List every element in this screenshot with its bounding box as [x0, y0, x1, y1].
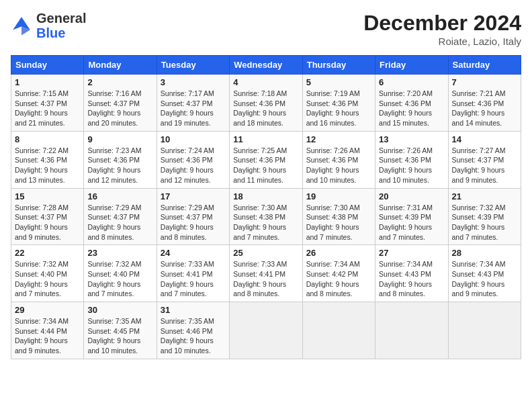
- day-number: 11: [233, 134, 298, 144]
- calendar-day-cell: 28 Sunrise: 7:34 AMSunset: 4:43 PMDaylig…: [448, 245, 521, 302]
- calendar-day-cell: 25 Sunrise: 7:33 AMSunset: 4:41 PMDaylig…: [230, 245, 302, 302]
- day-number: 12: [306, 134, 371, 144]
- day-of-week-header: Sunday: [11, 56, 84, 75]
- day-detail: Sunrise: 7:21 AMSunset: 4:36 PMDaylight:…: [452, 89, 506, 127]
- day-number: 28: [452, 248, 517, 258]
- calendar-day-cell: 1 Sunrise: 7:15 AMSunset: 4:37 PMDayligh…: [11, 75, 84, 132]
- day-detail: Sunrise: 7:23 AMSunset: 4:36 PMDaylight:…: [87, 146, 141, 184]
- calendar-day-cell: 24 Sunrise: 7:33 AMSunset: 4:41 PMDaylig…: [157, 245, 229, 302]
- day-detail: Sunrise: 7:31 AMSunset: 4:39 PMDaylight:…: [379, 203, 433, 241]
- day-detail: Sunrise: 7:35 AMSunset: 4:46 PMDaylight:…: [161, 317, 214, 355]
- calendar-day-cell: 13 Sunrise: 7:26 AMSunset: 4:36 PMDaylig…: [375, 131, 448, 188]
- calendar-day-cell: 3 Sunrise: 7:17 AMSunset: 4:37 PMDayligh…: [157, 75, 229, 132]
- calendar-day-cell: 23 Sunrise: 7:32 AMSunset: 4:40 PMDaylig…: [84, 245, 157, 302]
- location: Roiate, Lazio, Italy: [363, 36, 521, 47]
- day-detail: Sunrise: 7:26 AMSunset: 4:36 PMDaylight:…: [306, 146, 360, 184]
- calendar-day-cell: 31 Sunrise: 7:35 AMSunset: 4:46 PMDaylig…: [157, 302, 229, 359]
- day-detail: Sunrise: 7:34 AMSunset: 4:43 PMDaylight:…: [452, 260, 506, 298]
- day-detail: Sunrise: 7:30 AMSunset: 4:38 PMDaylight:…: [233, 203, 287, 241]
- day-number: 4: [233, 77, 298, 87]
- day-number: 20: [379, 191, 444, 201]
- day-of-week-header: Tuesday: [157, 56, 229, 75]
- calendar-day-cell: 27 Sunrise: 7:34 AMSunset: 4:43 PMDaylig…: [375, 245, 448, 302]
- day-number: 23: [87, 248, 152, 258]
- day-number: 9: [87, 134, 152, 144]
- calendar-day-cell: [230, 302, 302, 359]
- day-detail: Sunrise: 7:29 AMSunset: 4:37 PMDaylight:…: [161, 203, 214, 241]
- day-of-week-header: Monday: [84, 56, 157, 75]
- day-number: 18: [233, 191, 298, 201]
- day-of-week-header: Friday: [375, 56, 448, 75]
- day-detail: Sunrise: 7:26 AMSunset: 4:36 PMDaylight:…: [379, 146, 433, 184]
- calendar-day-cell: 17 Sunrise: 7:29 AMSunset: 4:37 PMDaylig…: [157, 188, 229, 245]
- day-detail: Sunrise: 7:28 AMSunset: 4:37 PMDaylight:…: [15, 203, 69, 241]
- calendar-day-cell: 2 Sunrise: 7:16 AMSunset: 4:37 PMDayligh…: [84, 75, 157, 132]
- day-detail: Sunrise: 7:32 AMSunset: 4:40 PMDaylight:…: [87, 260, 141, 298]
- calendar-day-cell: 5 Sunrise: 7:19 AMSunset: 4:36 PMDayligh…: [302, 75, 375, 132]
- day-number: 14: [452, 134, 517, 144]
- calendar-day-cell: 11 Sunrise: 7:25 AMSunset: 4:36 PMDaylig…: [230, 131, 302, 188]
- day-number: 17: [161, 191, 226, 201]
- day-detail: Sunrise: 7:24 AMSunset: 4:36 PMDaylight:…: [161, 146, 214, 184]
- calendar-day-cell: [375, 302, 448, 359]
- month-title: December 2024: [363, 11, 521, 36]
- day-detail: Sunrise: 7:20 AMSunset: 4:36 PMDaylight:…: [379, 89, 433, 127]
- calendar-day-cell: 6 Sunrise: 7:20 AMSunset: 4:36 PMDayligh…: [375, 75, 448, 132]
- title-block: December 2024 Roiate, Lazio, Italy: [363, 11, 521, 47]
- day-number: 7: [452, 77, 517, 87]
- day-number: 31: [161, 305, 226, 315]
- calendar-day-cell: 12 Sunrise: 7:26 AMSunset: 4:36 PMDaylig…: [302, 131, 375, 188]
- day-detail: Sunrise: 7:32 AMSunset: 4:40 PMDaylight:…: [15, 260, 69, 298]
- calendar-day-cell: 16 Sunrise: 7:29 AMSunset: 4:37 PMDaylig…: [84, 188, 157, 245]
- day-number: 16: [87, 191, 152, 201]
- day-number: 19: [306, 191, 371, 201]
- day-detail: Sunrise: 7:25 AMSunset: 4:36 PMDaylight:…: [233, 146, 287, 184]
- calendar-day-cell: 8 Sunrise: 7:22 AMSunset: 4:36 PMDayligh…: [11, 131, 84, 188]
- day-number: 22: [15, 248, 80, 258]
- calendar-day-cell: 19 Sunrise: 7:30 AMSunset: 4:38 PMDaylig…: [302, 188, 375, 245]
- calendar-day-cell: 20 Sunrise: 7:31 AMSunset: 4:39 PMDaylig…: [375, 188, 448, 245]
- calendar-day-cell: [302, 302, 375, 359]
- day-detail: Sunrise: 7:19 AMSunset: 4:36 PMDaylight:…: [306, 89, 360, 127]
- calendar-table: SundayMondayTuesdayWednesdayThursdayFrid…: [11, 55, 521, 359]
- page-header: General Blue December 2024 Roiate, Lazio…: [11, 11, 521, 47]
- calendar-day-cell: 26 Sunrise: 7:34 AMSunset: 4:42 PMDaylig…: [302, 245, 375, 302]
- day-number: 21: [452, 191, 517, 201]
- day-number: 30: [87, 305, 152, 315]
- day-number: 27: [379, 248, 444, 258]
- day-number: 2: [87, 77, 152, 87]
- calendar-day-cell: 7 Sunrise: 7:21 AMSunset: 4:36 PMDayligh…: [448, 75, 521, 132]
- day-detail: Sunrise: 7:34 AMSunset: 4:42 PMDaylight:…: [306, 260, 360, 298]
- day-detail: Sunrise: 7:33 AMSunset: 4:41 PMDaylight:…: [161, 260, 214, 298]
- day-detail: Sunrise: 7:33 AMSunset: 4:41 PMDaylight:…: [233, 260, 287, 298]
- day-detail: Sunrise: 7:34 AMSunset: 4:43 PMDaylight:…: [379, 260, 433, 298]
- day-number: 3: [161, 77, 226, 87]
- calendar-day-cell: 18 Sunrise: 7:30 AMSunset: 4:38 PMDaylig…: [230, 188, 302, 245]
- day-detail: Sunrise: 7:15 AMSunset: 4:37 PMDaylight:…: [15, 89, 69, 127]
- day-number: 10: [161, 134, 226, 144]
- day-number: 8: [15, 134, 80, 144]
- day-number: 13: [379, 134, 444, 144]
- day-detail: Sunrise: 7:27 AMSunset: 4:37 PMDaylight:…: [452, 146, 506, 184]
- calendar-day-cell: 9 Sunrise: 7:23 AMSunset: 4:36 PMDayligh…: [84, 131, 157, 188]
- calendar-day-cell: [448, 302, 521, 359]
- calendar-day-cell: 14 Sunrise: 7:27 AMSunset: 4:37 PMDaylig…: [448, 131, 521, 188]
- day-detail: Sunrise: 7:30 AMSunset: 4:38 PMDaylight:…: [306, 203, 360, 241]
- day-number: 1: [15, 77, 80, 87]
- calendar-day-cell: 15 Sunrise: 7:28 AMSunset: 4:37 PMDaylig…: [11, 188, 84, 245]
- day-number: 5: [306, 77, 371, 87]
- day-detail: Sunrise: 7:16 AMSunset: 4:37 PMDaylight:…: [87, 89, 141, 127]
- calendar-day-cell: 30 Sunrise: 7:35 AMSunset: 4:45 PMDaylig…: [84, 302, 157, 359]
- calendar-day-cell: 21 Sunrise: 7:32 AMSunset: 4:39 PMDaylig…: [448, 188, 521, 245]
- day-detail: Sunrise: 7:17 AMSunset: 4:37 PMDaylight:…: [161, 89, 214, 127]
- day-number: 26: [306, 248, 371, 258]
- day-of-week-header: Saturday: [448, 56, 521, 75]
- logo-text: General Blue: [36, 11, 86, 40]
- day-detail: Sunrise: 7:18 AMSunset: 4:36 PMDaylight:…: [233, 89, 287, 127]
- day-detail: Sunrise: 7:29 AMSunset: 4:37 PMDaylight:…: [87, 203, 141, 241]
- day-of-week-header: Thursday: [302, 56, 375, 75]
- day-number: 24: [161, 248, 226, 258]
- day-number: 25: [233, 248, 298, 258]
- logo-icon: [11, 15, 32, 36]
- calendar-day-cell: 22 Sunrise: 7:32 AMSunset: 4:40 PMDaylig…: [11, 245, 84, 302]
